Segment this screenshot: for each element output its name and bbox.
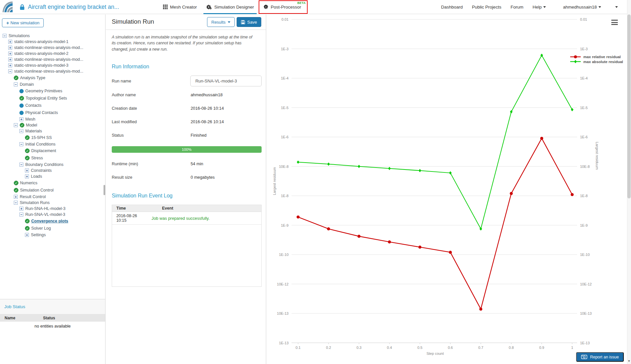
svg-text:0.5: 0.5 [417,346,422,350]
collapse-icon[interactable]: − [8,69,12,73]
scrollbar-down-arrow[interactable]: ▼ [627,359,631,363]
tree-item[interactable]: +Mesh [0,116,105,122]
new-simulation-button[interactable]: +New simulation [2,18,44,27]
tree-item[interactable]: −Domain [0,81,105,87]
report-issue-button[interactable]: Report an issue [576,352,624,362]
tree-item[interactable]: +static-nonlinear-stress-analysis-mod... [0,57,105,62]
tree-item[interactable]: ✓Displacement [0,147,105,154]
field-value: 2016-08-26 10:14 [191,119,224,124]
extra-dropdown[interactable] [614,5,618,10]
collapse-icon[interactable]: − [19,213,23,216]
tree-item[interactable]: ✓Stress [0,154,105,162]
expand-icon[interactable]: + [25,174,29,178]
svg-text:10E-12: 10E-12 [277,282,289,286]
expand-icon[interactable]: + [25,233,29,237]
collapse-icon[interactable]: − [14,82,18,86]
tree-item[interactable]: −Simulations [0,33,105,39]
run-name-input[interactable] [190,76,262,86]
page-scrollbar[interactable]: ▼ [627,0,631,364]
user-menu[interactable]: ahmedhussain18 [563,5,601,10]
page-title: Simulation Run [112,18,154,25]
tree-item[interactable]: −✓Model [0,122,105,128]
expand-icon[interactable]: + [19,207,23,211]
field-value: 0 megabytes [191,175,215,180]
expand-icon[interactable]: + [8,46,12,50]
field-row: Creation date2016-08-26 10:14 [112,102,262,115]
expand-icon[interactable]: + [8,57,12,61]
tree-item[interactable]: Physical Contacts [0,109,105,116]
collapse-icon[interactable]: − [14,201,18,205]
field-label: Run name [112,79,190,83]
tree-item-label: Simulation Runs [20,200,50,205]
nav-link-forum[interactable]: Forum [510,5,523,10]
tree-item[interactable]: ✓Convergence plots [0,217,105,225]
camera-icon [581,355,587,359]
tree-item[interactable]: −Materials [0,128,105,134]
tree-item[interactable]: +static-stress-analysis-model-2 [0,51,105,57]
tree-item[interactable]: ✓Topological Entity Sets [0,95,105,102]
expand-icon[interactable]: + [8,63,12,67]
grid-icon [163,5,168,9]
collapse-icon[interactable]: − [14,123,18,127]
tree-item[interactable]: ✓Numerics [0,179,105,187]
dot-icon [19,111,24,115]
tree-item-label: Simulation Control [20,188,54,193]
tree-item[interactable]: +static-stress-analysis-model-3 [0,62,105,68]
tree-item[interactable]: −Initial Conditions [0,141,105,147]
nav-link-dashboard[interactable]: Dashboard [441,5,463,10]
project-title[interactable]: Aircraft engine bearing bracket an... [28,4,119,11]
run-information-heading: Run Information [112,64,149,70]
collapse-icon[interactable]: − [19,163,23,167]
tree-item[interactable]: ✓Solver Log [0,225,105,232]
svg-text:max relative residual: max relative residual [583,55,621,59]
tab-mesh-creator[interactable]: Mesh Creator [158,0,201,14]
svg-text:1E-4: 1E-4 [281,76,289,80]
tree-item[interactable]: ✓Simulation Control [0,187,105,194]
simscale-logo-icon[interactable] [2,1,14,13]
sidebar: +New simulation −Simulations+static-stre… [0,14,105,299]
tree-item-label: static-stress-analysis-model-2 [14,51,68,56]
svg-text:Largest residuum: Largest residuum [595,142,599,170]
tab-post-processor[interactable]: BETA Post-Processor [259,0,308,14]
tree-item-label: static-nonlinear-stress-analysis-mod... [14,69,83,74]
app-root: Aircraft engine bearing bracket an... Me… [0,0,631,364]
tree-item[interactable]: +Loads [0,173,105,179]
tree-item[interactable]: Contacts [0,102,105,109]
save-button[interactable]: Save [237,17,261,27]
tree-item[interactable]: +Settings [0,232,105,238]
collapse-icon[interactable]: − [19,142,23,146]
tree-item[interactable]: +Run-SNA-HL-model-3 [0,206,105,212]
expand-icon[interactable]: + [25,169,29,172]
expand-icon[interactable]: + [14,195,18,199]
tree-item[interactable]: +static-stress-analysis-model-1 [0,39,105,45]
collapse-icon[interactable]: − [19,129,23,133]
scrollbar-thumb[interactable] [627,14,631,198]
tree-item[interactable]: −Run-SNA-VL-model-3 [0,212,105,217]
tab-simulation-designer[interactable]: Simulation Designer [201,0,259,14]
sidebar-scrollbar-thumb[interactable] [104,185,105,195]
svg-text:Largest residuum: Largest residuum [272,167,276,195]
tree-item[interactable]: ✓Analysis Type [0,74,105,81]
tree-item[interactable]: −Simulation Runs [0,200,105,206]
expand-icon[interactable]: + [8,52,12,56]
results-button[interactable]: Results [207,17,235,27]
nav-link-public-projects[interactable]: Public Projects [472,5,501,10]
event-col-time: Time [112,206,148,211]
expand-icon[interactable]: + [8,40,12,44]
tree-item[interactable]: Geometry Primitives [0,87,105,95]
svg-text:0.01: 0.01 [580,17,587,21]
svg-text:1E-3: 1E-3 [281,47,289,51]
tree-item[interactable]: +Constraints [0,168,105,173]
tree-item[interactable]: −Boundary Conditions [0,162,105,168]
collapse-icon[interactable]: − [3,34,7,38]
tree-item-label: Initial Conditions [25,142,56,147]
chart-menu-icon[interactable] [611,20,618,26]
expand-icon[interactable]: + [19,117,23,121]
help-menu[interactable]: Help [532,5,546,10]
tree-item[interactable]: +Result Control [0,194,105,200]
tree-item[interactable]: ✓15-5PH SS [0,134,105,141]
simulation-tree: −Simulations+static-stress-analysis-mode… [0,33,105,238]
tree-item-label: Loads [31,174,42,179]
tree-item[interactable]: +static-nonlinear-stress-analysis-mod... [0,45,105,51]
tree-item[interactable]: −static-nonlinear-stress-analysis-mod... [0,68,105,74]
